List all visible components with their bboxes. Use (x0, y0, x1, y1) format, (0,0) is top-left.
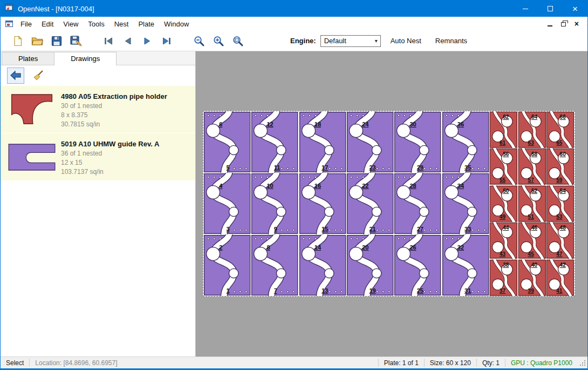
nest-cell-purple[interactable]: 2019 (346, 234, 394, 296)
menu-item-tools[interactable]: Tools (83, 18, 109, 30)
nest-cell-red[interactable]: 6059 (546, 148, 575, 185)
clear-drawings-button[interactable] (30, 68, 47, 84)
tab-drawings[interactable]: Drawings (54, 52, 117, 65)
zoom-out-icon (193, 35, 205, 47)
part-number: 20 (362, 245, 368, 251)
save-as-icon (70, 36, 82, 46)
nest-cell-red[interactable]: 6463 (518, 111, 546, 148)
nav-first-button[interactable] (99, 33, 118, 49)
nest-cell-red[interactable]: 5655 (489, 148, 518, 185)
nest-cell-purple[interactable]: 1817 (299, 111, 346, 173)
nest-cell-red[interactable]: 4847 (546, 222, 575, 259)
resize-grip[interactable] (579, 359, 586, 367)
nest-cell-purple[interactable]: 2221 (346, 173, 394, 234)
nest-cell-red[interactable]: 3837 (489, 259, 518, 296)
minimize-button[interactable] (513, 1, 538, 17)
nest-cell-red[interactable]: 5251 (518, 185, 546, 222)
remnants-button[interactable]: Remnants (431, 35, 471, 47)
part-number: 64 (531, 115, 537, 120)
part-number: 15 (322, 226, 328, 232)
menu-item-view[interactable]: View (58, 18, 83, 30)
engine-select[interactable]: Default ▾ (320, 35, 381, 47)
menu-item-nest[interactable]: Nest (110, 18, 134, 30)
part-number: 27 (417, 226, 423, 232)
open-button[interactable] (28, 33, 47, 49)
menu-item-edit[interactable]: Edit (37, 18, 58, 30)
menu-item-plate[interactable]: Plate (133, 18, 159, 30)
send-to-nest-button[interactable] (7, 68, 24, 84)
nest-cell-purple[interactable]: 65 (203, 111, 251, 173)
new-button[interactable] (8, 33, 28, 49)
status-bar: Select Location: [84.8696, 60.6957] Plat… (1, 356, 587, 368)
drawings-list: 4980 A05 Extraction pipe holder 30 of 1 … (1, 86, 195, 181)
part-number: 4 (219, 183, 222, 189)
part-number: 60 (560, 152, 566, 157)
title-bar: OpenNest - [N0317-004] × (1, 1, 587, 17)
drawing-list-item[interactable]: 4980 A05 Extraction pipe holder 30 of 1 … (1, 86, 195, 133)
nav-toolbar-group (99, 33, 176, 49)
part-thumbnail (4, 90, 60, 129)
nest-cell-red[interactable]: 6261 (489, 111, 518, 148)
nav-prev-button[interactable] (118, 33, 138, 49)
nest-cell-purple[interactable]: 3029 (394, 111, 441, 173)
save-as-button[interactable] (66, 33, 86, 49)
nest-cell-red[interactable]: 5453 (546, 185, 575, 222)
drawing-title: 5019 A10 UHMW guide Rev. A (61, 140, 159, 148)
nest-cell-purple[interactable]: 109 (251, 173, 298, 234)
nest-cell-purple[interactable]: 3433 (442, 173, 489, 234)
nest-cell-purple[interactable]: 2625 (394, 234, 441, 296)
nav-next-button[interactable] (138, 33, 157, 49)
mdi-child-icon[interactable] (5, 19, 13, 28)
window-title: OpenNest - [N0317-004] (18, 5, 94, 13)
nest-cell-red[interactable]: 4443 (489, 222, 518, 259)
mdi-close-button[interactable]: × (575, 20, 579, 28)
menu-items: FileEditViewToolsNestPlateWindow (16, 18, 194, 30)
sidebar-panel: PlatesDrawings (1, 51, 196, 356)
menu-item-window[interactable]: Window (159, 18, 194, 30)
nest-cell-purple[interactable]: 87 (251, 234, 298, 296)
nest-cell-red[interactable]: 4241 (546, 259, 575, 296)
drawing-area: 30.7815 sq/in (61, 120, 167, 128)
zoom-out-button[interactable] (189, 33, 209, 49)
zoom-in-button[interactable] (209, 33, 228, 49)
nest-canvas[interactable]: 6512111817242330293635431091615222128273… (196, 51, 587, 356)
mdi-window-controls: × (548, 20, 583, 28)
menu-bar: FileEditViewToolsNestPlateWindow × (1, 17, 587, 31)
nest-cell-purple[interactable]: 1615 (299, 173, 346, 234)
nest-cell-purple[interactable]: 3231 (442, 234, 489, 296)
nest-cell-red[interactable]: 5049 (489, 185, 518, 222)
part-number: 21 (369, 226, 375, 232)
nest-cell-purple[interactable]: 21 (203, 234, 251, 296)
nest-cell-purple[interactable]: 1211 (251, 111, 298, 173)
nest-cell-red[interactable]: 5857 (518, 148, 546, 185)
nest-cell-purple[interactable]: 2423 (346, 111, 394, 173)
nest-cell-purple[interactable]: 2827 (394, 173, 441, 234)
sidebar-tabs: PlatesDrawings (1, 51, 195, 65)
menu-item-file[interactable]: File (16, 18, 37, 30)
auto-nest-button[interactable]: Auto Nest (386, 35, 426, 47)
part-number: 31 (464, 288, 471, 294)
part-number: 58 (531, 152, 537, 157)
mdi-minimize-button[interactable] (548, 20, 552, 28)
part-number: 6 (219, 122, 222, 127)
nest-cell-red[interactable]: 4645 (518, 222, 546, 259)
nest-cell-purple[interactable]: 1413 (299, 234, 346, 296)
tab-plates[interactable]: Plates (2, 52, 54, 65)
nest-cell-red[interactable]: 6665 (546, 111, 575, 148)
zoom-fit-button[interactable] (228, 33, 248, 49)
nav-last-button[interactable] (157, 33, 176, 49)
mdi-restore-button[interactable] (561, 20, 566, 28)
drawing-nested-count: 30 of 1 nested (61, 102, 167, 110)
nest-cell-purple[interactable]: 43 (203, 173, 251, 234)
part-number: 53 (556, 214, 562, 220)
maximize-button[interactable] (538, 1, 563, 17)
nest-cell-purple[interactable]: 3635 (442, 111, 489, 173)
drawing-list-item[interactable]: 5019 A10 UHMW guide Rev. A 36 of 1 neste… (1, 133, 195, 181)
close-button[interactable]: × (563, 1, 587, 17)
nest-cell-red[interactable]: 4039 (518, 259, 546, 296)
status-mode: Select (1, 359, 29, 367)
part-number: 59 (556, 178, 562, 183)
first-plate-icon (103, 36, 114, 46)
save-button[interactable] (47, 33, 66, 49)
plate[interactable]: 6512111817242330293635431091615222128273… (203, 111, 575, 297)
